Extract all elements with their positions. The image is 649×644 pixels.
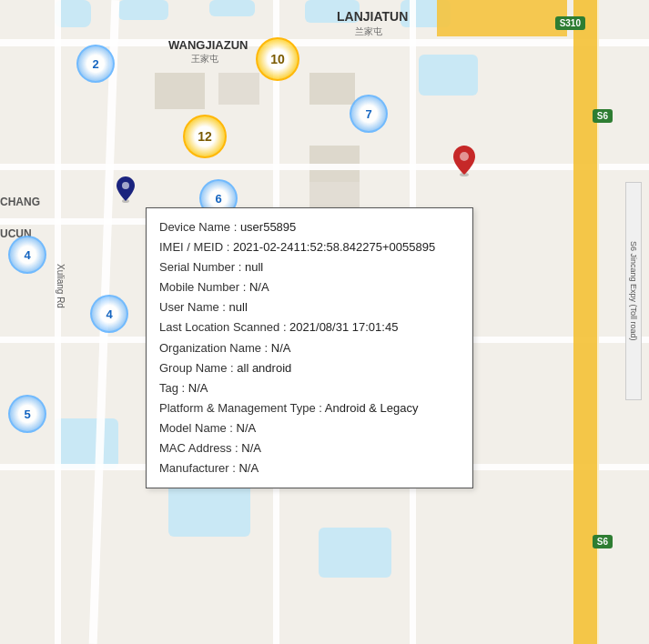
device-info-popup: Device Name : user55895 IMEI / MEID : 20…: [146, 207, 473, 488]
building-block: [155, 73, 205, 109]
model-line: Model Name : N/A: [159, 418, 460, 438]
cluster-marker-c1[interactable]: 2: [76, 45, 115, 83]
water-area: [168, 482, 250, 537]
svg-point-1: [122, 182, 129, 189]
platform-line: Platform & Management Type : Android & L…: [159, 398, 460, 418]
org-name-line: Organization Name : N/A: [159, 338, 460, 358]
cluster-marker-c6[interactable]: 4: [8, 236, 46, 274]
svg-point-3: [460, 152, 469, 161]
pin-blue-marker[interactable]: [117, 176, 135, 207]
road-sign-s310: S310: [555, 16, 585, 30]
building-block: [218, 73, 259, 105]
map-container: S6 Jincang Expy (Toll road) S310 S6 S6 L…: [0, 0, 649, 644]
water-area: [319, 528, 391, 578]
mobile-line: Mobile Number : N/A: [159, 277, 460, 297]
building-block: [309, 73, 355, 105]
pin-red-marker[interactable]: [453, 146, 475, 180]
imei-line: IMEI / MEID : 2021-02-2411:52:58.842275+…: [159, 237, 460, 257]
serial-line: Serial Number : null: [159, 257, 460, 277]
cluster-marker-c8[interactable]: 5: [8, 395, 46, 433]
cluster-marker-c2[interactable]: 10: [256, 37, 299, 81]
manufacturer-line: Manufacturer : N/A: [159, 458, 460, 478]
water-area: [305, 0, 360, 23]
last-location-line: Last Location Scanned : 2021/08/31 17:01…: [159, 317, 460, 337]
water-area: [419, 55, 478, 96]
highway-s310: [437, 0, 567, 36]
tag-line: Tag : N/A: [159, 378, 460, 398]
water-area: [118, 0, 168, 20]
building-block: [309, 182, 360, 209]
water-area: [209, 0, 255, 16]
group-name-line: Group Name : all android: [159, 358, 460, 378]
road-sign-s6-bottom: S6: [593, 535, 613, 548]
device-name-line: Device Name : user55895: [159, 217, 460, 237]
cluster-marker-c3[interactable]: 12: [183, 115, 227, 158]
cluster-marker-c4[interactable]: 7: [350, 95, 388, 133]
username-line: User Name : null: [159, 297, 460, 317]
mac-line: MAC Address : N/A: [159, 438, 460, 458]
road-h2: [0, 164, 649, 170]
cluster-marker-c7[interactable]: 4: [90, 295, 128, 333]
toll-road-label: S6 Jincang Expy (Toll road): [625, 182, 642, 400]
road-v1: [55, 0, 61, 644]
road-sign-s6-top: S6: [593, 109, 613, 123]
water-area: [55, 418, 118, 468]
